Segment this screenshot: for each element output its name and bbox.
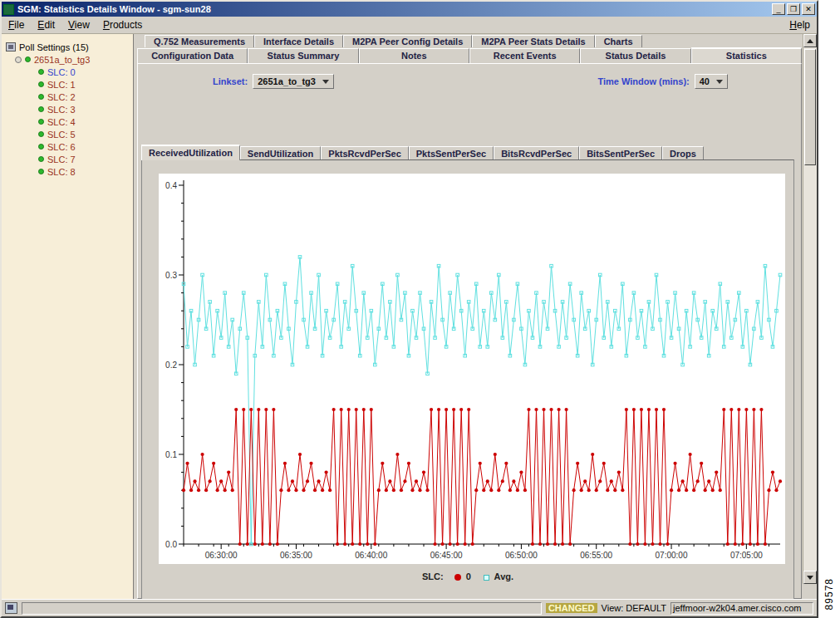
tab-m2pa-peer-stats-details[interactable]: M2PA Peer Stats Details [472, 35, 594, 47]
legend-label: SLC: [422, 571, 444, 581]
tab-configuration-data[interactable]: Configuration Data [137, 48, 248, 63]
figure-number: 89578 [823, 578, 835, 610]
linkset-label: Linkset: [213, 76, 248, 86]
linkset-dropdown-value: 2651a_to_tg3 [258, 76, 316, 86]
tab-recent-events[interactable]: Recent Events [469, 48, 580, 63]
tree-item-slc-7[interactable]: SLC: 7 [2, 153, 133, 165]
dropdown-arrow-icon [716, 80, 723, 84]
tree-linkset-label: 2651a_to_tg3 [34, 55, 90, 65]
changed-badge: CHANGED [546, 603, 597, 613]
tab-row-front: Configuration Data Status Summary Notes … [137, 47, 802, 63]
controls-row: Linkset: 2651a_to_tg3 Time Window (mins)… [213, 74, 728, 89]
status-dot-icon [38, 169, 44, 174]
tab-status-details[interactable]: Status Details [580, 48, 690, 63]
chart-tab-send-utilization[interactable]: SendUtilization [240, 146, 321, 160]
status-dot-icon [38, 119, 44, 125]
menu-products[interactable]: Products [96, 17, 149, 32]
tree-collapse-toggle-icon[interactable] [15, 56, 22, 63]
tree-slc-label: SLC: 8 [47, 167, 76, 177]
status-dot-icon [38, 69, 44, 75]
chart-tab-pkts-sent-per-sec[interactable]: PktsSentPerSec [409, 146, 494, 160]
tree-slc-label: SLC: 1 [47, 80, 76, 90]
svg-text:07:05:00: 07:05:00 [730, 551, 763, 560]
tree-item-slc-8[interactable]: SLC: 8 [2, 165, 133, 178]
tree-item-slc-5[interactable]: SLC: 5 [2, 128, 133, 140]
tab-status-summary[interactable]: Status Summary [248, 48, 358, 63]
menu-view[interactable]: View [61, 17, 96, 32]
page: SGM: Statistics Details Window - sgm-sun… [0, 0, 840, 618]
tab-q752-measurements[interactable]: Q.752 Measurements [145, 35, 254, 47]
tree-item-linkset[interactable]: 2651a_to_tg3 [2, 53, 133, 66]
view-label: View: DEFAULT [602, 603, 666, 613]
chart-legend: SLC: 0 Avg. [142, 571, 793, 581]
tab-notes[interactable]: Notes [359, 48, 469, 63]
status-window-icon [5, 602, 17, 614]
svg-text:0.1: 0.1 [165, 450, 177, 459]
linkset-dropdown[interactable]: 2651a_to_tg3 [253, 74, 334, 89]
tab-row-back: Q.752 Measurements Interface Details M2P… [145, 35, 802, 47]
chart-tab-drops[interactable]: Drops [662, 146, 704, 160]
status-message-field [22, 602, 542, 615]
svg-text:0.4: 0.4 [165, 181, 177, 190]
legend-slc0-label: 0 [466, 571, 471, 581]
tree-item-slc-6[interactable]: SLC: 6 [2, 140, 133, 153]
close-button[interactable]: ✕ [802, 3, 815, 15]
maximize-button[interactable]: ❐ [787, 3, 800, 15]
app-icon [3, 4, 14, 15]
menu-file[interactable]: File [2, 17, 31, 32]
tab-m2pa-peer-config-details[interactable]: M2PA Peer Config Details [343, 35, 472, 47]
tree-slc-label: SLC: 3 [47, 105, 76, 115]
svg-text:06:30:00: 06:30:00 [205, 551, 238, 560]
chart-tab-bits-rcvd-per-sec[interactable]: BitsRcvdPerSec [494, 146, 579, 160]
tab-statistics[interactable]: Statistics [691, 47, 802, 63]
chart-tab-bits-sent-per-sec[interactable]: BitsSentPerSec [579, 146, 662, 160]
legend-slc0-marker-icon [454, 574, 461, 581]
scroll-up-button[interactable] [803, 34, 817, 47]
tree-slc-label: SLC: 4 [47, 117, 76, 127]
status-dot-icon [25, 56, 31, 62]
svg-text:06:40:00: 06:40:00 [355, 551, 387, 560]
scroll-up-icon [807, 39, 813, 43]
time-window-label: Time Window (mins): [597, 76, 689, 86]
titlebar[interactable]: SGM: Statistics Details Window - sgm-sun… [2, 2, 817, 17]
tree-item-slc-2[interactable]: SLC: 2 [2, 91, 133, 103]
scroll-down-button[interactable] [803, 571, 817, 584]
status-dot-icon [38, 156, 44, 162]
menu-edit[interactable]: Edit [31, 17, 61, 32]
tree-item-slc-4[interactable]: SLC: 4 [2, 115, 133, 128]
tab-interface-details[interactable]: Interface Details [254, 35, 343, 47]
status-dot-icon [38, 131, 44, 137]
chart-tab-pkts-rcvd-per-sec[interactable]: PktsRcvdPerSec [321, 146, 408, 160]
tree-item-slc-0[interactable]: SLC: 0 [2, 66, 133, 78]
tab-charts[interactable]: Charts [595, 35, 642, 47]
chart-tab-strip: ReceivedUtilization SendUtilization Pkts… [141, 145, 704, 160]
time-window-dropdown[interactable]: 40 [695, 74, 728, 89]
dropdown-arrow-icon [322, 80, 329, 84]
svg-text:0.0: 0.0 [165, 540, 177, 549]
tree-slc-label: SLC: 6 [47, 142, 76, 152]
vertical-scrollbar[interactable] [803, 34, 817, 584]
svg-text:06:55:00: 06:55:00 [580, 551, 612, 560]
tree-item-slc-3[interactable]: SLC: 3 [2, 103, 133, 115]
tree-slc-label: SLC: 2 [47, 92, 76, 102]
statusbar: CHANGED View: DEFAULT jeffmoor-w2k04.ame… [2, 599, 817, 616]
chart-tab-received-utilization[interactable]: ReceivedUtilization [141, 145, 240, 160]
tree-item-slc-1[interactable]: SLC: 1 [2, 78, 133, 91]
status-dot-icon [38, 144, 44, 150]
menu-help[interactable]: Help [783, 17, 817, 32]
status-dot-icon [38, 106, 44, 112]
legend-avg-marker-icon [484, 575, 489, 581]
svg-text:06:50:00: 06:50:00 [505, 551, 538, 560]
svg-text:0.3: 0.3 [165, 271, 177, 280]
statistics-content: Linkset: 2651a_to_tg3 Time Window (mins)… [137, 63, 802, 599]
figure-margin: 89578 [818, 0, 840, 618]
scrollbar-thumb[interactable] [804, 49, 816, 165]
tree-slc-label: SLC: 0 [47, 67, 76, 77]
minimize-button[interactable]: _ [772, 3, 785, 15]
tree-root[interactable]: Poll Settings (15) [2, 41, 133, 53]
scrollbar-track[interactable] [803, 47, 817, 571]
window-title: SGM: Statistics Details Window - sgm-sun… [17, 4, 772, 14]
main-panel: Q.752 Measurements Interface Details M2P… [135, 34, 817, 599]
sidebar-tree: Poll Settings (15) 2651a_to_tg3 SLC: 0 S… [2, 34, 135, 599]
tree-root-label: Poll Settings (15) [19, 42, 89, 52]
